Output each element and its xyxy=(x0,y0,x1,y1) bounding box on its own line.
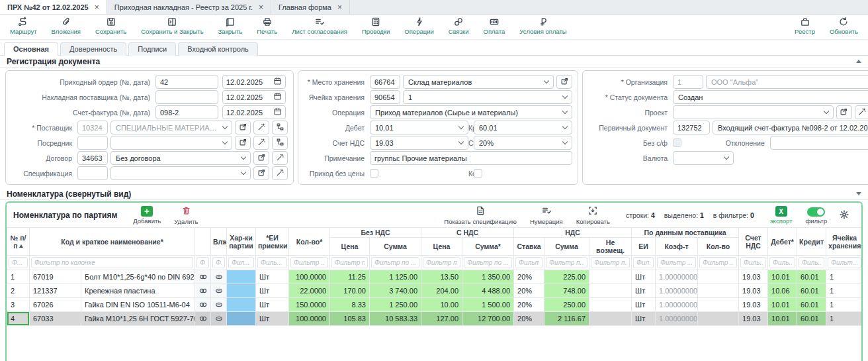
price-vat-cell[interactable]: 204.00 xyxy=(421,284,462,298)
row-number-cell[interactable]: 2 xyxy=(7,284,30,298)
supplier-ei-cell[interactable]: Шт xyxy=(632,270,656,284)
toolbar-button-lightning[interactable]: Операции xyxy=(397,17,441,35)
coef-cell[interactable]: 1.00000000 xyxy=(656,284,698,298)
sum-no-vat-cell[interactable]: 1 125.00 xyxy=(370,270,421,284)
toolbar-button-registry[interactable]: Реестр xyxy=(787,17,822,35)
middleman-code-input[interactable] xyxy=(77,136,108,150)
toolbar-button-print[interactable]: Печать xyxy=(249,17,284,35)
col-header-ei[interactable]: *ЕИ приемки xyxy=(256,228,289,256)
non-refund-cell[interactable] xyxy=(589,312,632,326)
vat-rate-cell[interactable]: 20% xyxy=(514,312,544,326)
window-tab-document[interactable]: ПРХ №42 от 12.02.2025 × xyxy=(0,0,107,14)
vat-account-cell[interactable]: 19.03 xyxy=(739,270,768,284)
col-header-link[interactable] xyxy=(195,228,211,256)
filter-input-num[interactable] xyxy=(9,257,28,268)
toolbar-button-save[interactable]: Сохранить xyxy=(88,17,134,35)
numbering-button[interactable]: Нумерация xyxy=(523,205,570,225)
debit-cell[interactable]: 10.01 xyxy=(768,270,797,284)
filter-input-price_no_vat[interactable] xyxy=(331,257,368,268)
filter-input-price_vat[interactable] xyxy=(423,257,460,268)
filter-input-batch[interactable] xyxy=(228,257,254,268)
col-header-non-refund[interactable]: Не возмещ. xyxy=(589,238,632,256)
col-header-batch[interactable]: Хар-ки партии xyxy=(227,228,256,256)
operation-select[interactable]: Приход материалов (Сырье и материалы) xyxy=(370,105,572,119)
calendar-icon[interactable] xyxy=(273,107,282,117)
open-card-button[interactable] xyxy=(235,121,251,134)
col-header-vat-sum[interactable]: Сумма xyxy=(544,238,589,256)
supplier-qty-cell[interactable] xyxy=(698,312,739,326)
col-header-rate[interactable]: Ставка xyxy=(514,238,544,256)
toolbar-button-sheet_check[interactable]: Лист согласования xyxy=(284,17,355,35)
attachment-icon[interactable] xyxy=(211,270,227,284)
col-header-vat-account[interactable]: Счет НДС xyxy=(739,228,768,256)
supplier-ei-cell[interactable]: Шт xyxy=(632,312,656,326)
filter-input-qty[interactable] xyxy=(290,257,328,268)
price-no-vat-cell[interactable]: 105.83 xyxy=(330,312,370,326)
toolbar-button-route[interactable]: Маршрут xyxy=(3,17,44,35)
batch-characteristics-cell[interactable] xyxy=(227,284,256,298)
toolbar-button-door[interactable]: Закрыть xyxy=(211,17,250,35)
col-header-supplier-ei[interactable]: ЕИ xyxy=(632,238,656,256)
primary-doc-code-input[interactable] xyxy=(673,121,710,134)
debit-select[interactable]: 10.01 xyxy=(370,121,468,134)
filter-input-ei[interactable] xyxy=(257,257,287,268)
price-vat-cell[interactable]: 127.00 xyxy=(421,312,462,326)
collapse-down-icon[interactable] xyxy=(856,192,861,195)
toolbar-button-chain[interactable]: Связки xyxy=(441,17,476,35)
note-input[interactable] xyxy=(370,151,572,165)
delete-row-button[interactable]: Удалить xyxy=(167,205,204,225)
table-row[interactable]: 367026Гайка DIN EN ISO 10511-М6-04Шт150.… xyxy=(7,298,863,312)
vat-rate-cell[interactable]: 20% xyxy=(514,270,544,284)
col-header-price-vat[interactable]: Цена xyxy=(421,238,462,256)
col-header-price-no-vat[interactable]: Цена xyxy=(330,238,370,256)
add-row-button[interactable]: Добавить xyxy=(126,206,167,225)
wizard-button[interactable] xyxy=(253,136,269,150)
open-card-button[interactable] xyxy=(556,75,572,89)
collapse-up-icon[interactable] xyxy=(856,60,861,63)
storage-cell-select[interactable]: 1 xyxy=(403,90,572,104)
sum-no-vat-cell[interactable]: 10 583.33 xyxy=(370,312,421,326)
col-header-credit[interactable]: Кредит xyxy=(797,228,826,256)
price-vat-cell[interactable]: 10.00 xyxy=(421,298,462,312)
tab-main[interactable]: Основная xyxy=(4,42,58,56)
non-refund-cell[interactable] xyxy=(589,298,632,312)
toolbar-button-save_close[interactable]: Сохранить и Закрыть xyxy=(134,17,210,35)
filter-input-non_refund[interactable] xyxy=(591,257,630,268)
filter-input-credit[interactable] xyxy=(799,257,824,268)
filter-input-rate[interactable] xyxy=(515,257,542,268)
storage-cell-cell[interactable]: 1 xyxy=(826,284,863,298)
contract-select[interactable]: Без договора xyxy=(110,151,251,165)
batch-characteristics-cell[interactable] xyxy=(227,312,256,326)
col-header-qty[interactable]: Кол-во* xyxy=(289,228,330,256)
correction-checkbox[interactable] xyxy=(474,169,482,178)
vat-sum-cell[interactable]: 748.00 xyxy=(544,284,589,298)
close-icon[interactable]: × xyxy=(337,3,342,12)
qty-cell[interactable]: 22.0000 xyxy=(289,284,330,298)
col-header-debit[interactable]: Дебет* xyxy=(768,228,797,256)
waybill-date-field[interactable] xyxy=(222,90,286,104)
wizard-button[interactable] xyxy=(272,151,288,165)
filter-input-debit[interactable] xyxy=(769,257,795,268)
window-tab-main-form[interactable]: Главная форма × xyxy=(271,0,350,14)
qty-cell[interactable]: 150.0000 xyxy=(289,298,330,312)
debit-cell[interactable]: 10.01 xyxy=(768,298,797,312)
sum-vat-cell[interactable]: 1 500.00 xyxy=(462,298,514,312)
supplier-ei-cell[interactable]: Шт xyxy=(632,284,656,298)
non-refund-cell[interactable] xyxy=(589,284,632,298)
filter-input-vat_acc[interactable] xyxy=(740,257,766,268)
deviation-input[interactable] xyxy=(770,136,868,150)
credit-select[interactable]: 60.01 xyxy=(474,121,572,134)
filter-input-cell[interactable] xyxy=(828,257,861,268)
wizard-button[interactable] xyxy=(253,121,269,134)
link-icon[interactable] xyxy=(195,284,211,298)
order-date-field[interactable] xyxy=(222,75,286,89)
export-excel-button[interactable]: X экспорт xyxy=(763,206,799,225)
wizard-button[interactable] xyxy=(272,166,288,180)
ei-cell[interactable]: Шт xyxy=(256,298,289,312)
debit-cell[interactable]: 10.01 xyxy=(768,312,797,326)
hierarchy-button[interactable] xyxy=(272,121,288,134)
vat-rate-cell[interactable]: 20% xyxy=(514,284,544,298)
batch-characteristics-cell[interactable] xyxy=(227,270,256,284)
toolbar-button-ruble[interactable]: Условия оплаты xyxy=(512,17,574,35)
vat-rate-cell[interactable]: 20% xyxy=(514,298,544,312)
